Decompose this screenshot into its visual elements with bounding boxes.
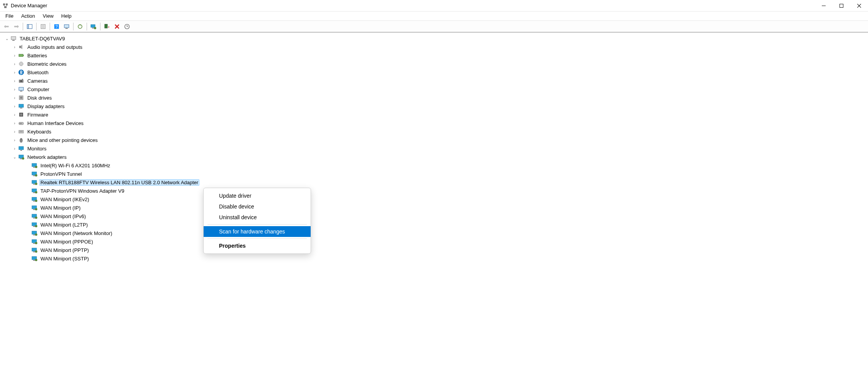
tree-panel[interactable]: ⌄ TABLET-DQ6TVAV9 › Audio inputs and out…: [0, 32, 868, 380]
disable-device-button[interactable]: [102, 22, 112, 31]
expander-icon[interactable]: ›: [12, 86, 18, 92]
tree-category[interactable]: › Display adapters: [2, 102, 868, 110]
tree-device-label: WAN Miniport (SSTP): [39, 255, 90, 262]
tree-device[interactable]: · Intel(R) Wi-Fi 6 AX201 160MHz: [2, 161, 868, 170]
uninstall-device-button[interactable]: [112, 22, 122, 31]
tree-category[interactable]: › Firmware: [2, 110, 868, 119]
titlebar: Device Manager: [0, 0, 868, 12]
svg-point-22: [94, 27, 96, 29]
tree-device[interactable]: · WAN Miniport (Network Monitor): [2, 229, 868, 237]
hid-icon: [18, 120, 25, 127]
add-legacy-button[interactable]: [89, 22, 98, 31]
expander-none: ·: [25, 213, 31, 219]
close-button[interactable]: [850, 0, 868, 12]
expander-none: ·: [25, 196, 31, 202]
tree-device[interactable]: · WAN Miniport (PPTP): [2, 246, 868, 254]
menu-file[interactable]: File: [2, 12, 17, 20]
context-menu-item[interactable]: Scan for hardware changes: [204, 226, 311, 237]
svg-rect-17: [64, 25, 69, 28]
tree-category[interactable]: › Mice and other pointing devices: [2, 136, 868, 144]
tree-category-label: Monitors: [26, 145, 48, 152]
scan-icon: [64, 23, 70, 30]
keyboard-icon: [18, 128, 25, 135]
expander-icon[interactable]: ›: [12, 112, 18, 118]
help-button[interactable]: ?: [52, 22, 61, 31]
tree-device[interactable]: · WAN Miniport (IP): [2, 203, 868, 212]
menu-view[interactable]: View: [40, 12, 57, 20]
context-menu-item[interactable]: Properties: [204, 240, 311, 251]
tree-category[interactable]: › Keyboards: [2, 127, 868, 136]
properties-button[interactable]: [38, 22, 48, 31]
expander-icon[interactable]: ›: [12, 95, 18, 101]
tree-device-label: WAN Miniport (IP): [39, 205, 82, 211]
expander-icon[interactable]: ›: [12, 52, 18, 58]
tree-device[interactable]: · WAN Miniport (L2TP): [2, 220, 868, 229]
app-icon: [2, 3, 8, 9]
computer-icon: [18, 86, 25, 93]
tree-device[interactable]: · WAN Miniport (PPPOE): [2, 237, 868, 246]
expander-none: ·: [25, 238, 31, 245]
arrow-left-icon: ⬅: [4, 23, 9, 30]
menu-help[interactable]: Help: [58, 12, 75, 20]
tree-category-label: Bluetooth: [26, 69, 50, 76]
context-menu-item[interactable]: Uninstall device: [204, 212, 311, 223]
computer-icon: [10, 35, 17, 42]
expander-icon[interactable]: ›: [12, 103, 18, 109]
network-icon: [18, 153, 25, 160]
expander-icon[interactable]: ›: [12, 69, 18, 75]
tree-device[interactable]: · Realtek RTL8188FTV Wireless LAN 802.11…: [2, 178, 868, 187]
tree-device[interactable]: · WAN Miniport (SSTP): [2, 254, 868, 263]
tree-category[interactable]: › Computer: [2, 85, 868, 93]
update-driver-button[interactable]: [75, 22, 85, 31]
minimize-button[interactable]: [815, 0, 833, 12]
tree-category[interactable]: › Monitors: [2, 144, 868, 153]
back-button[interactable]: ⬅: [2, 22, 11, 31]
tree-device-label: Realtek RTL8188FTV Wireless LAN 802.11n …: [39, 179, 199, 186]
tree-device[interactable]: · WAN Miniport (IKEv2): [2, 195, 868, 203]
tree-device[interactable]: · WAN Miniport (IPv6): [2, 212, 868, 220]
expander-icon[interactable]: ⌄: [4, 35, 10, 42]
menu-action[interactable]: Action: [18, 12, 38, 20]
tree-category[interactable]: › Cameras: [2, 77, 868, 85]
forward-button[interactable]: ➡: [12, 22, 21, 31]
scan-hardware-button[interactable]: [62, 22, 71, 31]
tree-device[interactable]: · TAP-ProtonVPN Windows Adapter V9: [2, 187, 868, 195]
tree-device-label: WAN Miniport (IPv6): [39, 213, 87, 220]
properties-icon: [40, 23, 46, 30]
tree-category-network[interactable]: ⌄ Network adapters: [2, 153, 868, 161]
show-hide-tree-button[interactable]: [25, 22, 34, 31]
bluetooth-icon: [18, 69, 25, 76]
tree-category-label: Firmware: [26, 112, 49, 118]
context-menu-item[interactable]: Disable device: [204, 201, 311, 212]
tree-pane-icon: [27, 23, 33, 30]
expander-icon[interactable]: ›: [12, 137, 18, 143]
expander-none: ·: [25, 179, 31, 185]
network-adapter-icon: [31, 204, 38, 211]
svg-rect-1: [6, 3, 8, 5]
network-adapter-icon: [31, 255, 38, 262]
tree-category[interactable]: › Human Interface Devices: [2, 119, 868, 127]
expander-icon[interactable]: ›: [12, 44, 18, 50]
tree-category[interactable]: › Batteries: [2, 51, 868, 60]
expander-icon[interactable]: ›: [12, 145, 18, 152]
expander-icon[interactable]: ⌄: [12, 154, 18, 160]
tree-root-label: TABLET-DQ6TVAV9: [18, 35, 66, 42]
tree-category[interactable]: › Disk drives: [2, 93, 868, 102]
window-title: Device Manager: [11, 3, 47, 8]
tree-category[interactable]: › Bluetooth: [2, 68, 868, 77]
tree-device[interactable]: · ProtonVPN Tunnel: [2, 170, 868, 178]
tree-category[interactable]: › Biometric devices: [2, 60, 868, 68]
context-menu: Update driverDisable deviceUninstall dev…: [203, 188, 311, 254]
scan-for-changes-button[interactable]: [122, 22, 132, 31]
maximize-button[interactable]: [833, 0, 850, 12]
network-adapter-icon: [31, 162, 38, 169]
expander-icon[interactable]: ›: [12, 78, 18, 84]
tree-category-label: Display adapters: [26, 103, 66, 110]
expander-icon[interactable]: ›: [12, 128, 18, 135]
expander-icon[interactable]: ›: [12, 120, 18, 126]
tree-root[interactable]: ⌄ TABLET-DQ6TVAV9: [2, 34, 868, 43]
expander-icon[interactable]: ›: [12, 61, 18, 67]
arrow-right-icon: ➡: [14, 23, 19, 30]
context-menu-item[interactable]: Update driver: [204, 190, 311, 201]
tree-category[interactable]: › Audio inputs and outputs: [2, 43, 868, 51]
